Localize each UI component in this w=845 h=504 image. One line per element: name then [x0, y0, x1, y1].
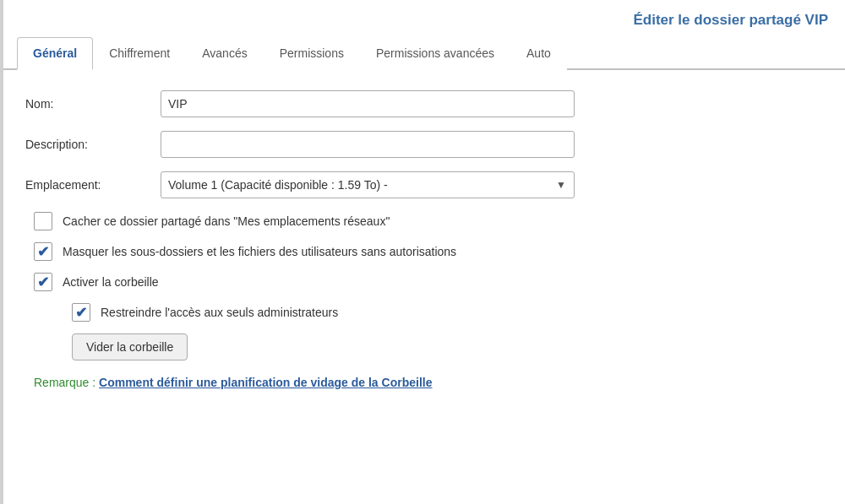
- note-link[interactable]: Comment définir une planification de vid…: [99, 376, 432, 389]
- checkbox-corbeille-label: Activer la corbeille: [63, 275, 159, 289]
- tab-permissions-avancees[interactable]: Permissions avancées: [360, 37, 510, 70]
- emplacement-row: Emplacement: Volume 1 (Capacité disponib…: [25, 171, 820, 198]
- checkbox-masquer-row: ✔ Masquer les sous-dossiers et les fichi…: [25, 242, 820, 261]
- checkbox-restreindre[interactable]: ✔: [72, 303, 90, 322]
- vider-button-row: Vider la corbeille: [25, 333, 820, 360]
- checkbox-restreindre-label: Restreindre l'accès aux seuls administra…: [101, 306, 338, 319]
- emplacement-label: Emplacement:: [25, 178, 161, 192]
- checkmark-icon: ✔: [75, 306, 87, 320]
- description-label: Description:: [25, 138, 161, 151]
- tab-permissions[interactable]: Permissions: [264, 37, 360, 70]
- checkmark-icon: ✔: [37, 275, 49, 290]
- checkbox-corbeille[interactable]: ✔: [34, 273, 52, 291]
- tab-auto[interactable]: Auto: [510, 37, 567, 70]
- checkbox-masquer-label: Masquer les sous-dossiers et les fichier…: [63, 245, 456, 258]
- checkbox-restreindre-row: ✔ Restreindre l'accès aux seuls administ…: [25, 303, 820, 322]
- checkmark-icon: ✔: [37, 245, 49, 259]
- vider-corbeille-button[interactable]: Vider la corbeille: [72, 333, 188, 360]
- tab-general[interactable]: Général: [17, 37, 93, 70]
- tab-chiffrement[interactable]: Chiffrement: [93, 37, 186, 70]
- note-row: Remarque : Comment définir une planifica…: [25, 376, 820, 389]
- page-title: Éditer le dossier partagé VIP: [0, 0, 845, 37]
- description-input[interactable]: [161, 131, 575, 158]
- tabs-bar: Général Chiffrement Avancés Permissions …: [0, 37, 845, 70]
- note-prefix: Remarque :: [34, 376, 95, 389]
- description-row: Description:: [25, 131, 820, 158]
- checkbox-cacher-row: Cacher ce dossier partagé dans "Mes empl…: [25, 212, 820, 230]
- checkbox-cacher-label: Cacher ce dossier partagé dans "Mes empl…: [63, 214, 390, 228]
- checkbox-cacher[interactable]: [34, 212, 52, 230]
- content-area: Nom: Description: Emplacement: Volume 1 …: [0, 70, 845, 406]
- tab-avances[interactable]: Avancés: [186, 37, 263, 70]
- emplacement-dropdown-wrapper: Volume 1 (Capacité disponible : 1.59 To)…: [161, 171, 575, 198]
- emplacement-select[interactable]: Volume 1 (Capacité disponible : 1.59 To)…: [161, 171, 575, 198]
- checkbox-masquer[interactable]: ✔: [34, 242, 52, 261]
- nom-label: Nom:: [25, 97, 161, 111]
- nom-row: Nom:: [25, 90, 820, 117]
- nom-input[interactable]: [161, 90, 575, 117]
- checkbox-corbeille-row: ✔ Activer la corbeille: [25, 273, 820, 291]
